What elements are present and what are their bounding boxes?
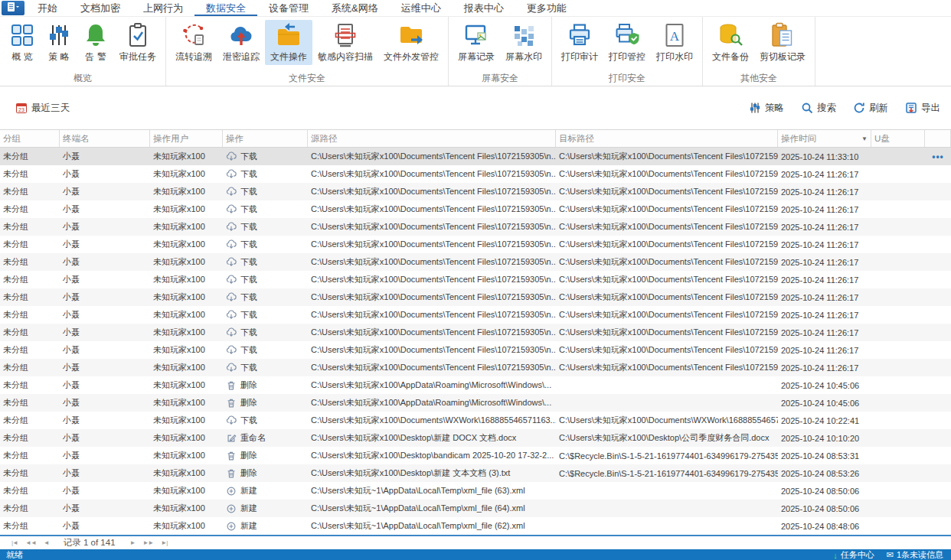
column-header-4[interactable]: 源路径 (308, 130, 556, 147)
ribbon-item-file-backup[interactable]: 文件备份 (707, 20, 754, 65)
cell-group: 未分组 (0, 151, 60, 162)
ribbon-item-approval-clipboard[interactable]: 审批任务 (114, 20, 162, 65)
table-row[interactable]: 未分组小聂未知玩家x100新建C:\Users\未知玩~1\AppData\Lo… (0, 482, 951, 500)
table-row[interactable]: 未分组小聂未知玩家x100下载C:\Users\未知玩家x100\Documen… (0, 165, 951, 183)
ribbon-item-screen-watermark[interactable]: 屏幕水印 (500, 20, 547, 65)
cell-group: 未分组 (0, 168, 60, 180)
ribbon-item-alarm-bell[interactable]: 告 警 (77, 20, 114, 65)
ribbon-item-label: 剪切板记录 (760, 50, 806, 63)
ribbon-item-overview-grid[interactable]: 概 览 (4, 20, 41, 65)
export-icon (905, 102, 917, 114)
ribbon-item-print-audit[interactable]: 打印审计 (556, 20, 603, 65)
tab-3[interactable]: 数据安全 (194, 0, 257, 16)
tab-4[interactable]: 设备管理 (257, 0, 320, 16)
ribbon-item-label: 概 览 (11, 50, 32, 63)
next-record-button[interactable]: ► (130, 539, 136, 546)
table-row[interactable]: 未分组小聂未知玩家x100下载C:\Users\未知玩家x100\Documen… (0, 271, 951, 288)
prev-record-button[interactable]: ◄ (44, 539, 49, 546)
table-row[interactable]: 未分组小聂未知玩家x100下载C:\Users\未知玩家x100\Documen… (0, 359, 951, 376)
table-row[interactable]: 未分组小聂未知玩家x100下载C:\Users\未知玩家x100\Documen… (0, 324, 951, 341)
table-row[interactable]: 未分组小聂未知玩家x100下载C:\Users\未知玩家x100\Documen… (0, 236, 951, 253)
cell-operation: 下载 (223, 327, 308, 338)
prev-page-button[interactable]: ◄◄ (25, 539, 36, 546)
ribbon-item-label: 敏感内容扫描 (318, 50, 373, 63)
table-row[interactable]: 未分组小聂未知玩家x100重命名C:\Users\未知玩家x100\Deskto… (0, 429, 951, 447)
tab-6[interactable]: 运维中心 (390, 0, 453, 16)
cell-time: 2025-10-24 10:45:06 (778, 381, 871, 390)
download-icon (226, 222, 237, 233)
policy-button[interactable]: 策略 (749, 102, 784, 115)
unread-messages-button[interactable]: ✉ 1条未读信息 (887, 549, 943, 560)
delete-icon (226, 451, 237, 461)
ribbon-item-label: 屏幕记录 (458, 50, 495, 63)
operation-label: 删除 (240, 450, 257, 461)
ribbon-group-2: 屏幕记录屏幕水印屏幕安全 (449, 17, 552, 86)
cell-time: 2025-10-24 10:10:20 (778, 434, 871, 443)
file-outgoing-folder-icon (398, 22, 424, 48)
tab-0[interactable]: 开始 (26, 0, 69, 16)
cell-terminal: 小聂 (60, 520, 150, 532)
column-header-7[interactable]: U盘 (871, 130, 925, 147)
cell-source-path: C:\Users\未知玩家x100\Desktop\新建 文本文档 (3).tx… (308, 467, 556, 479)
tab-1[interactable]: 文档加密 (69, 0, 132, 16)
ribbon-item-print-control[interactable]: 打印管控 (603, 20, 651, 65)
tab-5[interactable]: 系统&网络 (320, 0, 390, 16)
first-record-button[interactable]: |◄ (11, 539, 18, 546)
ribbon-item-print-watermark[interactable]: A打印水印 (651, 20, 698, 65)
table-row[interactable]: 未分组小聂未知玩家x100删除C:\Users\未知玩家x100\Desktop… (0, 447, 951, 464)
search-button[interactable]: 搜索 (801, 102, 836, 115)
table-row[interactable]: 未分组小聂未知玩家x100下载C:\Users\未知玩家x100\Documen… (0, 218, 951, 236)
column-header-6[interactable]: 操作时间▼ (778, 130, 871, 147)
tab-8[interactable]: 更多功能 (515, 0, 578, 16)
cell-operation: 下载 (223, 362, 308, 373)
last-record-button[interactable]: ►| (161, 539, 167, 546)
table-row[interactable]: 未分组小聂未知玩家x100下载C:\Users\未知玩家x100\Documen… (0, 306, 951, 324)
cell-time: 2025-10-24 08:48:06 (778, 522, 871, 531)
table-row[interactable]: 未分组小聂未知玩家x100下载C:\Users\未知玩家x100\Documen… (0, 183, 951, 200)
cell-group: 未分组 (0, 344, 60, 356)
cell-target-path: C:\Users\未知玩家x100\Desktop\公司季度财务合同.docx (556, 432, 778, 444)
table-row[interactable]: 未分组小聂未知玩家x100新建C:\Users\未知玩~1\AppData\Lo… (0, 517, 951, 535)
tab-2[interactable]: 上网行为 (132, 0, 194, 16)
cell-user: 未知玩家x100 (150, 203, 223, 215)
cell-group: 未分组 (0, 203, 60, 215)
table-row[interactable]: 未分组小聂未知玩家x100下载C:\Users\未知玩家x100\Documen… (0, 412, 951, 429)
time-filter-caret-icon[interactable]: ▼ (861, 135, 868, 142)
ribbon-item-file-operations-folder[interactable]: 文件操作 (265, 20, 312, 65)
cell-time: 2025-10-24 08:53:26 (778, 469, 871, 478)
column-header-0[interactable]: 分组 (0, 130, 60, 147)
ribbon-item-clipboard-record[interactable]: 剪切板记录 (754, 20, 811, 65)
cell-operation: 新建 (223, 485, 308, 497)
ribbon-item-sensitive-scan[interactable]: 敏感内容扫描 (312, 20, 378, 65)
tab-7[interactable]: 报表中心 (453, 0, 515, 16)
ribbon-item-screen-record[interactable]: 屏幕记录 (453, 20, 500, 65)
column-header-8[interactable] (925, 130, 951, 147)
table-row[interactable]: 未分组小聂未知玩家x100删除C:\Users\未知玩家x100\AppData… (0, 394, 951, 412)
ribbon-item-file-outgoing-folder[interactable]: 文件外发管控 (378, 20, 444, 65)
table-row[interactable]: 未分组小聂未知玩家x100下载C:\Users\未知玩家x100\Documen… (0, 288, 951, 306)
table-row[interactable]: 未分组小聂未知玩家x100下载C:\Users\未知玩家x100\Documen… (0, 253, 951, 271)
table-row[interactable]: 未分组小聂未知玩家x100下载C:\Users\未知玩家x100\Documen… (0, 200, 951, 218)
cell-user: 未知玩家x100 (150, 256, 223, 268)
next-page-button[interactable]: ►► (142, 539, 153, 546)
column-header-2[interactable]: 操作用户 (150, 130, 223, 147)
date-range-filter[interactable]: 23 最近三天 (15, 102, 70, 115)
app-menu-button[interactable] (2, 1, 25, 15)
table-row[interactable]: 未分组小聂未知玩家x100删除C:\Users\未知玩家x100\AppData… (0, 376, 951, 394)
task-center-button[interactable]: ↓ 任务中心 (833, 549, 874, 560)
cell-terminal: 小聂 (60, 362, 150, 373)
column-header-5[interactable]: 目标路径 (556, 130, 778, 147)
cell-target-path: C:\Users\未知玩家x100\Documents\Tencent File… (556, 239, 778, 250)
table-row[interactable]: 未分组小聂未知玩家x100下载C:\Users\未知玩家x100\Documen… (0, 148, 951, 165)
ribbon-item-circulation-trace[interactable]: 流转追溯 (170, 20, 217, 65)
column-header-3[interactable]: 操作 (223, 130, 308, 147)
table-row[interactable]: 未分组小聂未知玩家x100新建C:\Users\未知玩~1\AppData\Lo… (0, 500, 951, 517)
table-row[interactable]: 未分组小聂未知玩家x100删除C:\Users\未知玩家x100\Desktop… (0, 464, 951, 482)
table-row[interactable]: 未分组小聂未知玩家x100下载C:\Users\未知玩家x100\Documen… (0, 341, 951, 359)
export-button[interactable]: 导出 (905, 102, 940, 115)
column-header-1[interactable]: 终端名 (60, 130, 150, 147)
row-actions-button[interactable]: ••• (925, 151, 951, 162)
ribbon-item-policy-sliders[interactable]: 策 略 (41, 20, 77, 65)
refresh-button[interactable]: 刷新 (853, 102, 888, 115)
ribbon-item-leak-trace-cloud[interactable]: 泄密追踪 (217, 20, 265, 65)
